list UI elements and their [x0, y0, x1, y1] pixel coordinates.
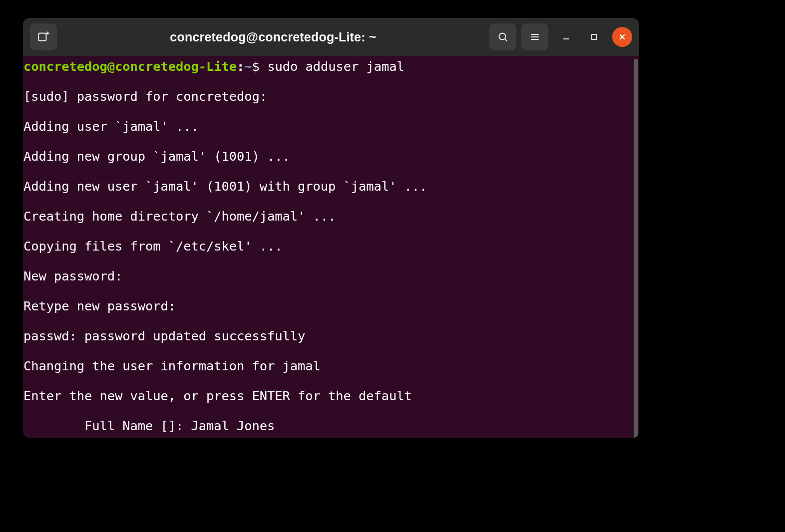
output-line: Adding user `jamal' ...	[23, 119, 628, 134]
prompt-user-host: concretedog@concretedog-Lite	[23, 59, 237, 74]
output-line: Retype new password:	[23, 298, 628, 313]
output-line: Adding new user `jamal' (1001) with grou…	[23, 179, 628, 194]
search-icon	[497, 31, 509, 43]
output-line: Adding new group `jamal' (1001) ...	[23, 149, 628, 164]
titlebar: concretedog@concretedog-Lite: ~	[23, 18, 639, 56]
new-tab-button[interactable]	[30, 23, 57, 50]
terminal-window: concretedog@concretedog-Lite: ~	[23, 18, 639, 438]
prompt-line: concretedog@concretedog-Lite:~$ sudo add…	[23, 59, 628, 74]
output-line: Copying files from `/etc/skel' ...	[23, 239, 628, 254]
stage: concretedog@concretedog-Lite: ~	[0, 0, 785, 532]
close-icon	[618, 33, 626, 41]
output-line: New password:	[23, 268, 628, 283]
window-title: concretedog@concretedog-Lite: ~	[62, 30, 484, 44]
svg-line-4	[505, 39, 507, 41]
terminal-area: concretedog@concretedog-Lite:~$ sudo add…	[23, 56, 639, 438]
terminal-output[interactable]: concretedog@concretedog-Lite:~$ sudo add…	[23, 56, 632, 438]
search-button[interactable]	[489, 23, 516, 50]
svg-rect-9	[592, 34, 597, 39]
output-line: Creating home directory `/home/jamal' ..…	[23, 209, 628, 224]
maximize-button[interactable]	[584, 27, 604, 47]
new-tab-icon	[37, 30, 50, 43]
svg-rect-0	[38, 33, 46, 40]
output-line: Enter the new value, or press ENTER for …	[23, 388, 628, 403]
minimize-icon	[562, 33, 570, 41]
output-line: Changing the user information for jamal	[23, 358, 628, 373]
scrollbar[interactable]	[632, 56, 639, 438]
prompt-cwd: ~	[244, 59, 252, 74]
close-button[interactable]	[612, 27, 632, 47]
hamburger-icon	[529, 31, 541, 43]
command-text: sudo adduser jamal	[260, 59, 404, 74]
output-line: passwd: password updated successfully	[23, 328, 628, 343]
maximize-icon	[590, 33, 598, 41]
output-line: Full Name []: Jamal Jones	[23, 418, 628, 433]
minimize-button[interactable]	[556, 27, 576, 47]
titlebar-left	[30, 23, 57, 50]
prompt-symbol: $	[252, 59, 260, 74]
scrollbar-thumb[interactable]	[634, 59, 638, 438]
prompt-colon: :	[237, 59, 244, 74]
titlebar-right	[489, 23, 632, 50]
hamburger-menu-button[interactable]	[521, 23, 548, 50]
output-line: [sudo] password for concretedog:	[23, 89, 628, 104]
